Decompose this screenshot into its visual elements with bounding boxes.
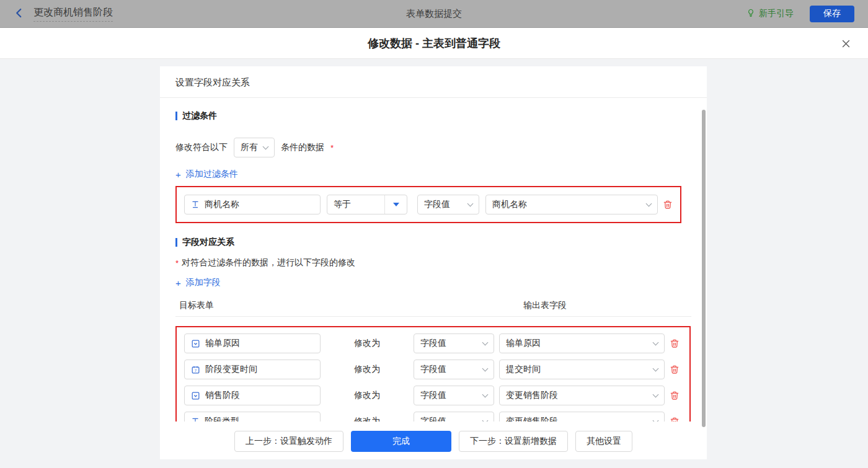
chevron-down-icon bbox=[482, 417, 489, 422]
chevron-down-icon bbox=[482, 339, 489, 345]
text-field-icon bbox=[191, 417, 200, 422]
filter-value: 商机名称 bbox=[492, 199, 527, 210]
delete-mapping-button[interactable] bbox=[670, 364, 682, 374]
panel-content: 过滤条件 修改符合以下 所有 条件的数据 * + 添加过滤条件 bbox=[160, 98, 707, 422]
chevron-down-icon bbox=[653, 417, 659, 422]
back-button[interactable] bbox=[14, 7, 25, 20]
target-field-box[interactable]: 7 阶段变更时间 bbox=[184, 360, 321, 379]
add-filter-condition-label: 添加过滤条件 bbox=[186, 169, 238, 180]
add-field-link[interactable]: + 添加字段 bbox=[175, 277, 221, 288]
modal-title: 修改数据 - 主表到普通字段 bbox=[368, 36, 500, 51]
modify-to-label: 修改为 bbox=[326, 364, 409, 375]
save-button[interactable]: 保存 bbox=[810, 6, 854, 22]
match-type-select[interactable]: 所有 bbox=[234, 138, 275, 157]
modal-header: 修改数据 - 主表到普通字段 bbox=[0, 28, 868, 59]
mapping-row: 销售阶段 修改为 字段值 变更销售阶段 bbox=[184, 386, 682, 405]
value-type-select[interactable]: 字段值 bbox=[414, 360, 494, 379]
target-field-label: 销售阶段 bbox=[205, 390, 240, 401]
filter-field-input[interactable]: 商机名称 bbox=[184, 195, 321, 214]
value-type-value: 字段值 bbox=[420, 338, 446, 349]
dropdown-triangle-icon bbox=[393, 203, 399, 206]
target-field-label: 阶段类型 bbox=[205, 416, 239, 422]
add-field-label: 添加字段 bbox=[186, 277, 221, 288]
lightbulb-icon bbox=[746, 7, 755, 20]
panel-footer: 上一步：设置触发动作 完成 下一步：设置新增数据 其他设置 bbox=[160, 422, 707, 459]
svg-text:7: 7 bbox=[195, 368, 197, 372]
chevron-down-icon bbox=[467, 200, 474, 206]
output-field-select[interactable]: 变更销售阶段 bbox=[499, 386, 665, 405]
trash-icon bbox=[670, 391, 680, 400]
mapping-row: 7 阶段变更时间 修改为 字段值 提交时间 bbox=[184, 360, 682, 379]
chevron-down-icon bbox=[653, 339, 659, 345]
filter-section-title: 过滤条件 bbox=[175, 110, 691, 121]
value-type-value: 字段值 bbox=[424, 199, 450, 210]
value-type-value: 字段值 bbox=[420, 416, 446, 422]
chevron-down-icon bbox=[653, 365, 659, 371]
chevron-down-icon bbox=[263, 143, 269, 149]
trash-icon bbox=[670, 338, 680, 348]
value-type-select[interactable]: 字段值 bbox=[414, 333, 494, 353]
required-mark: * bbox=[330, 143, 334, 152]
output-field-select[interactable]: 输单原因 bbox=[499, 333, 665, 353]
date-field-icon: 7 bbox=[191, 365, 200, 374]
done-button[interactable]: 完成 bbox=[351, 431, 451, 452]
output-field-value: 提交时间 bbox=[506, 364, 541, 375]
output-field-value: 输单原因 bbox=[506, 338, 541, 349]
output-field-select[interactable]: 提交时间 bbox=[499, 360, 665, 379]
back-icon bbox=[14, 7, 25, 20]
operator-value: 等于 bbox=[327, 199, 384, 210]
filter-condition-highlight-box: 商机名称 等于 字段值 商机名称 bbox=[175, 186, 681, 223]
chevron-down-icon bbox=[482, 365, 489, 371]
modify-to-label: 修改为 bbox=[326, 338, 409, 349]
delete-mapping-button[interactable] bbox=[670, 417, 682, 422]
plus-icon: + bbox=[175, 169, 181, 180]
scrollbar-thumb[interactable] bbox=[702, 110, 706, 427]
field-mapping-highlight-box: 输单原因 修改为 字段值 输单原因 bbox=[175, 326, 691, 422]
value-type-value: 字段值 bbox=[420, 364, 446, 375]
add-filter-condition-link[interactable]: + 添加过滤条件 bbox=[175, 169, 238, 180]
panel-header: 设置字段对应关系 bbox=[160, 66, 707, 98]
chevron-down-icon bbox=[646, 200, 652, 206]
prev-step-button[interactable]: 上一步：设置触发动作 bbox=[234, 431, 343, 452]
output-field-column-header: 输出表字段 bbox=[523, 300, 567, 311]
next-step-button[interactable]: 下一步：设置新增数据 bbox=[459, 431, 568, 452]
mapping-section-title: 字段对应关系 bbox=[175, 237, 691, 248]
match-prefix-label: 修改符合以下 bbox=[175, 142, 228, 153]
operator-select[interactable]: 等于 bbox=[327, 195, 407, 214]
modify-to-label: 修改为 bbox=[326, 416, 409, 422]
value-type-select[interactable]: 字段值 bbox=[414, 412, 494, 422]
target-field-label: 阶段变更时间 bbox=[205, 364, 257, 375]
operator-dropdown-toggle[interactable] bbox=[384, 195, 407, 214]
flow-title[interactable]: 更改商机销售阶段 bbox=[33, 6, 113, 22]
value-type-value: 字段值 bbox=[420, 390, 446, 401]
topbar-center-title: 表单数据提交 bbox=[0, 8, 868, 20]
beginner-guide-button[interactable]: 新手引导 bbox=[746, 7, 794, 20]
mapping-section-label: 字段对应关系 bbox=[182, 237, 234, 248]
section-accent-bar bbox=[175, 238, 177, 247]
output-field-value: 变更销售阶段 bbox=[506, 416, 558, 422]
value-type-select[interactable]: 字段值 bbox=[417, 195, 479, 214]
delete-mapping-button[interactable] bbox=[670, 338, 682, 348]
mapping-column-headers: 目标表单 输出表字段 bbox=[175, 293, 691, 317]
value-type-select[interactable]: 字段值 bbox=[414, 386, 494, 405]
filter-field-value: 商机名称 bbox=[205, 199, 239, 210]
target-field-label: 输单原因 bbox=[205, 338, 240, 349]
target-field-box[interactable]: 输单原因 bbox=[184, 333, 321, 353]
modal-body: 设置字段对应关系 过滤条件 修改符合以下 所有 条件的数据 * + 添加过滤条件 bbox=[0, 59, 868, 468]
target-form-column-header: 目标表单 bbox=[179, 300, 214, 311]
select-field-icon bbox=[191, 339, 200, 348]
target-field-box[interactable]: 阶段类型 bbox=[184, 412, 321, 422]
match-type-value: 所有 bbox=[241, 142, 258, 153]
close-icon bbox=[841, 38, 851, 49]
output-field-select[interactable]: 变更销售阶段 bbox=[499, 412, 665, 422]
select-field-icon bbox=[191, 391, 200, 400]
match-suffix-label: 条件的数据 bbox=[281, 142, 324, 153]
delete-mapping-button[interactable] bbox=[670, 391, 682, 400]
delete-condition-button[interactable] bbox=[663, 200, 673, 210]
mapping-row: 阶段类型 修改为 字段值 变更销售阶段 bbox=[184, 412, 682, 422]
filter-value-select[interactable]: 商机名称 bbox=[485, 195, 658, 214]
other-settings-button[interactable]: 其他设置 bbox=[575, 431, 632, 452]
beginner-guide-label: 新手引导 bbox=[759, 8, 794, 19]
close-button[interactable] bbox=[838, 36, 853, 51]
target-field-box[interactable]: 销售阶段 bbox=[184, 386, 321, 405]
